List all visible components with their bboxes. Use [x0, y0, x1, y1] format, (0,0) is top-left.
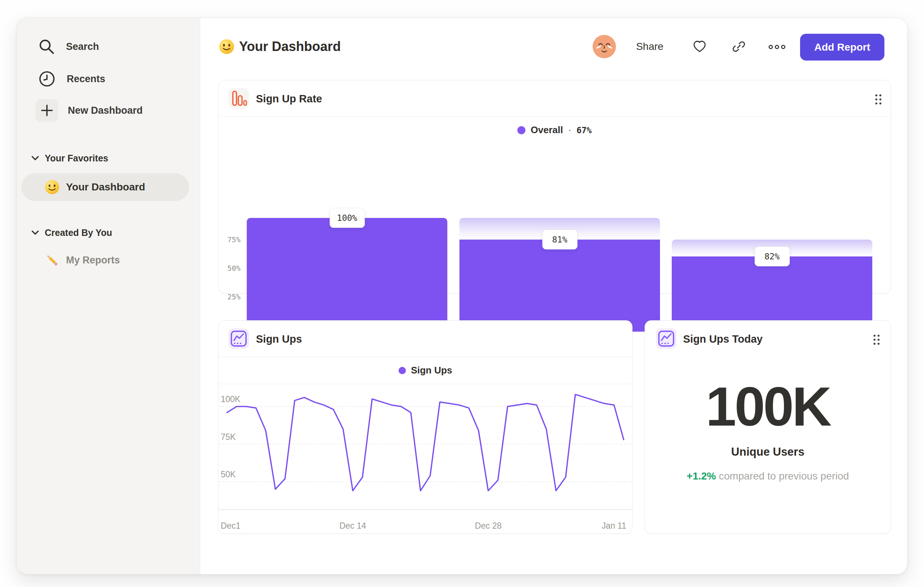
x-tick-label: Dec 28: [475, 521, 502, 531]
sidebar-item-my-reports[interactable]: My Reports: [44, 252, 120, 268]
sidebar: Search Recents New Dashboard Your Favori…: [17, 18, 200, 574]
chevron-down-icon: [31, 230, 39, 235]
chevron-down-icon: [31, 156, 39, 161]
legend-name: Overall: [531, 124, 563, 136]
legend-separator: ·: [568, 124, 571, 136]
funnel-y-tick: 25%: [219, 293, 241, 301]
delta-value: +1.2%: [687, 470, 716, 482]
app-window: Search Recents New Dashboard Your Favori…: [16, 18, 908, 575]
signups-today-card: Sign Ups Today 100K Unique Users +1.2% c…: [645, 320, 891, 534]
funnel-y-tick: 75%: [219, 235, 241, 244]
sidebar-item-label: New Dashboard: [68, 105, 143, 116]
signups-line-chart: 100K75K50KDec1Dec 14Dec 28Jan 11: [219, 384, 633, 534]
y-tick-label: 75K: [221, 432, 236, 442]
section-title: Created By You: [45, 227, 112, 238]
funnel-chart: 75%50%25%0%100%1Home page81%2Sign Up82%3…: [219, 144, 891, 294]
main-content: Your Dashboard Share Add Report Sign Up …: [200, 18, 907, 574]
signups-line-series: [227, 394, 624, 491]
pencil-emoji: [44, 252, 60, 268]
metric-delta: +1.2% compared to previous period: [645, 470, 891, 482]
created-section-header[interactable]: Created By You: [31, 227, 112, 238]
card-title: Sign Ups: [256, 333, 302, 345]
metric-label: Unique Users: [645, 445, 891, 459]
line-legend[interactable]: Sign Ups: [219, 357, 632, 384]
sidebar-item-recents[interactable]: Recents: [38, 70, 105, 88]
funnel-y-tick: 50%: [219, 264, 241, 273]
sidebar-item-label: My Reports: [66, 255, 120, 266]
sidebar-item-label: Search: [66, 41, 99, 53]
signups-card: Sign Ups Sign Ups 100K75K50KDec1Dec 14De…: [218, 320, 632, 534]
delta-note: compared to previous period: [719, 470, 849, 482]
user-avatar[interactable]: [592, 35, 616, 58]
dashboard-emoji: [218, 38, 235, 55]
sidebar-item-new-dashboard[interactable]: New Dashboard: [36, 99, 143, 122]
signup-rate-card: Sign Up Rate Overall · 67% 75%50%25%0%10…: [218, 80, 891, 293]
sidebar-item-label: Your Dashboard: [66, 181, 145, 193]
x-tick-label: Jan 11: [602, 521, 626, 531]
smiley-emoji: [44, 179, 60, 195]
legend-dot: [517, 126, 525, 134]
legend-name: Sign Ups: [411, 365, 452, 376]
sidebar-item-search[interactable]: Search: [37, 37, 99, 56]
add-report-button[interactable]: Add Report: [800, 34, 884, 61]
sidebar-item-label: Recents: [67, 73, 105, 85]
section-title: Your Favorites: [45, 153, 108, 164]
insights-icon: [656, 328, 676, 349]
funnel-bar: [459, 240, 660, 332]
card-title: Sign Up Rate: [256, 93, 322, 105]
metric-value: 100K: [645, 375, 891, 438]
bar-value-badge: 82%: [755, 246, 790, 266]
clock-icon: [38, 70, 56, 88]
drag-handle-icon[interactable]: [874, 94, 883, 107]
legend-dot: [399, 367, 406, 374]
favorites-section-header[interactable]: Your Favorites: [31, 153, 108, 164]
delta-note-text: compared to previous period: [719, 470, 849, 482]
plus-icon: [36, 99, 58, 122]
y-tick-label: 50K: [221, 470, 236, 479]
bar-value-badge: 100%: [330, 208, 365, 228]
favorite-heart-icon[interactable]: [693, 40, 706, 55]
share-button[interactable]: Share: [632, 41, 667, 53]
more-options-icon[interactable]: [768, 44, 786, 51]
sidebar-item-your-dashboard[interactable]: Your Dashboard: [21, 173, 189, 201]
page-title: Your Dashboard: [239, 39, 341, 54]
search-icon: [37, 37, 56, 56]
x-tick-label: Dec 14: [340, 521, 366, 531]
funnel-bar: [247, 218, 447, 332]
drag-handle-icon[interactable]: [872, 334, 881, 347]
x-tick-label: Dec1: [221, 521, 241, 531]
funnel-chart-icon: [228, 88, 249, 109]
funnel-legend[interactable]: Overall · 67%: [219, 117, 891, 144]
y-tick-label: 100K: [221, 394, 241, 404]
card-title: Sign Ups Today: [683, 333, 763, 345]
legend-value: 67%: [576, 126, 592, 135]
bar-value-badge: 81%: [542, 230, 578, 250]
line-chart-icon: [228, 328, 249, 349]
copy-link-icon[interactable]: [732, 40, 746, 55]
